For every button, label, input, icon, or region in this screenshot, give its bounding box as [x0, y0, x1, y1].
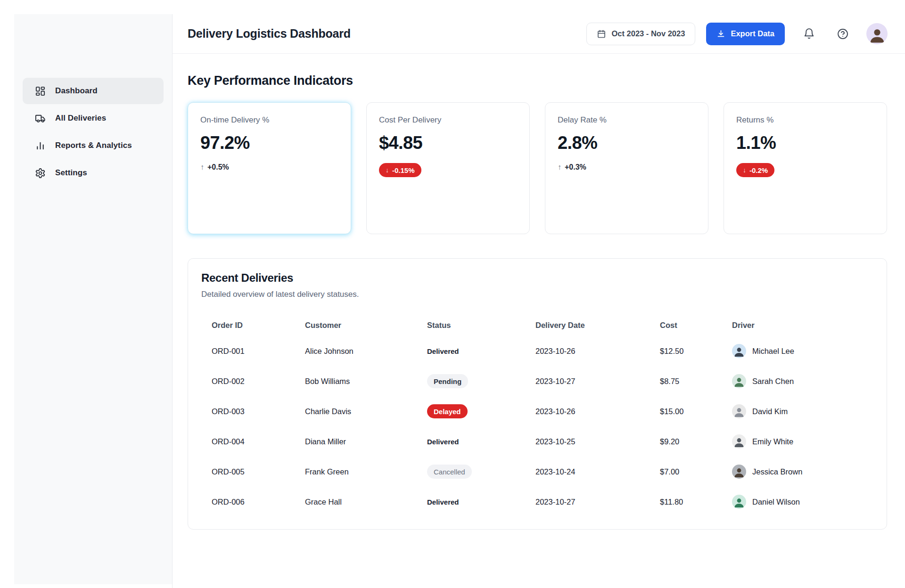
sidebar-item-settings[interactable]: Settings: [23, 160, 164, 186]
kpi-label: Cost Per Delivery: [379, 115, 517, 125]
date-range-label: Oct 2023 - Nov 2023: [611, 29, 685, 38]
kpi-trend-badge: ↓-0.15%: [379, 163, 421, 177]
table-header-row: Order ID Customer Status Delivery Date C…: [212, 314, 873, 336]
customer-cell: Bob Williams: [305, 377, 427, 386]
cost-cell: $15.00: [660, 407, 732, 416]
driver-cell: Daniel Wilson: [732, 495, 873, 509]
driver-name: Emily White: [752, 437, 793, 446]
order-id-cell: ORD-004: [212, 437, 305, 446]
kpi-label: Delay Rate %: [558, 115, 696, 125]
status-badge: Delivered: [427, 434, 459, 449]
topbar-actions: Oct 2023 - Nov 2023 Export Data: [586, 23, 888, 45]
sidebar: Dashboard All Deliveries Reports & Analy…: [14, 14, 172, 584]
deliveries-table: Order ID Customer Status Delivery Date C…: [201, 314, 873, 517]
kpi-value: 1.1%: [736, 133, 874, 153]
customer-cell: Diana Miller: [305, 437, 427, 446]
driver-cell: Jessica Brown: [732, 465, 873, 479]
driver-avatar: [732, 404, 746, 418]
trend-down-arrow-icon: ↓: [386, 166, 389, 174]
driver-cell: David Kim: [732, 404, 873, 418]
status-badge: Delivered: [427, 495, 459, 509]
export-data-button[interactable]: Export Data: [706, 23, 785, 45]
avatar-person-icon: [733, 406, 745, 418]
kpi-trend: ↑+0.3%: [558, 163, 586, 172]
kpi-trend: ↑+0.5%: [200, 163, 229, 172]
order-id-cell: ORD-003: [212, 407, 305, 416]
app-page: Dashboard All Deliveries Reports & Analy…: [0, 0, 905, 588]
kpi-label: Returns %: [736, 115, 874, 125]
truck-icon: [35, 113, 46, 124]
driver-cell: Emily White: [732, 434, 873, 449]
column-header-driver: Driver: [732, 321, 873, 330]
driver-name: Daniel Wilson: [752, 498, 800, 506]
profile-avatar[interactable]: [866, 23, 888, 44]
driver-cell: Michael Lee: [732, 344, 873, 358]
table-row[interactable]: ORD-002 Bob Williams Pending 2023-10-27 …: [212, 366, 873, 396]
cost-cell: $11.80: [660, 498, 732, 506]
dashboard-content: Key Performance Indicators On-time Deliv…: [173, 54, 905, 530]
cost-cell: $7.00: [660, 467, 732, 476]
table-row[interactable]: ORD-006 Grace Hall Delivered 2023-10-27 …: [212, 487, 873, 517]
kpi-card-cost-per-delivery[interactable]: Cost Per Delivery $4.85 ↓-0.15%: [366, 102, 530, 234]
kpi-value: 97.2%: [200, 133, 338, 153]
status-badge: Delayed: [427, 404, 468, 418]
sidebar-item-reports-analytics[interactable]: Reports & Analytics: [23, 132, 164, 159]
column-header-cost: Cost: [660, 321, 732, 330]
table-body: ORD-001 Alice Johnson Delivered 2023-10-…: [212, 336, 873, 517]
driver-avatar: [732, 344, 746, 358]
driver-avatar: [732, 374, 746, 388]
kpi-section-title: Key Performance Indicators: [188, 74, 887, 88]
sidebar-item-label: Reports & Analytics: [55, 141, 132, 150]
driver-name: Jessica Brown: [752, 467, 802, 476]
export-data-label: Export Data: [731, 29, 774, 38]
download-icon: [716, 29, 725, 38]
trend-up-arrow-icon: ↑: [200, 163, 204, 172]
order-id-cell: ORD-001: [212, 347, 305, 356]
table-row[interactable]: ORD-003 Charlie Davis Delayed 2023-10-26…: [212, 396, 873, 426]
notifications-bell-icon[interactable]: [802, 27, 816, 41]
sidebar-item-all-deliveries[interactable]: All Deliveries: [23, 105, 164, 131]
kpi-card-delay-rate[interactable]: Delay Rate % 2.8% ↑+0.3%: [545, 102, 708, 234]
table-row[interactable]: ORD-005 Frank Green Cancelled 2023-10-24…: [212, 457, 873, 487]
cost-cell: $12.50: [660, 347, 732, 356]
recent-deliveries-card: Recent Deliveries Detailed overview of l…: [188, 258, 887, 530]
kpi-label: On-time Delivery %: [200, 115, 338, 125]
trend-up-arrow-icon: ↑: [558, 163, 561, 172]
kpi-card-returns[interactable]: Returns % 1.1% ↓-0.2%: [724, 102, 887, 234]
driver-name: David Kim: [752, 407, 788, 416]
customer-cell: Alice Johnson: [305, 347, 427, 356]
table-row[interactable]: ORD-004 Diana Miller Delivered 2023-10-2…: [212, 426, 873, 457]
driver-cell: Sarah Chen: [732, 374, 873, 388]
calendar-icon: [597, 29, 606, 39]
kpi-trend-badge: ↓-0.2%: [736, 163, 774, 177]
delivery-date-cell: 2023-10-27: [535, 498, 660, 506]
avatar-person-icon: [733, 376, 745, 388]
customer-cell: Grace Hall: [305, 498, 427, 506]
avatar-person-icon: [733, 346, 745, 358]
sidebar-item-label: Dashboard: [55, 86, 98, 96]
delivery-date-cell: 2023-10-26: [535, 407, 660, 416]
topbar: Delivery Logistics Dashboard Oct 2023 - …: [173, 14, 905, 54]
delivery-date-cell: 2023-10-24: [535, 467, 660, 476]
column-header-status: Status: [427, 321, 535, 330]
kpi-value: 2.8%: [558, 133, 696, 153]
table-row[interactable]: ORD-001 Alice Johnson Delivered 2023-10-…: [212, 336, 873, 366]
avatar-person-icon: [733, 497, 745, 509]
driver-name: Michael Lee: [752, 347, 794, 356]
kpi-card-on-time-delivery[interactable]: On-time Delivery % 97.2% ↑+0.5%: [188, 102, 351, 234]
status-badge: Delivered: [427, 344, 459, 358]
dashboard-grid-icon: [35, 86, 46, 97]
sidebar-item-label: All Deliveries: [55, 114, 106, 123]
delivery-date-cell: 2023-10-25: [535, 437, 660, 446]
date-range-picker[interactable]: Oct 2023 - Nov 2023: [586, 23, 695, 45]
page-title: Delivery Logistics Dashboard: [188, 27, 351, 41]
main-area: Delivery Logistics Dashboard Oct 2023 - …: [172, 14, 905, 588]
gear-icon: [35, 168, 46, 179]
sidebar-item-label: Settings: [55, 168, 87, 178]
help-icon[interactable]: [836, 27, 850, 41]
trend-down-arrow-icon: ↓: [743, 166, 746, 174]
order-id-cell: ORD-005: [212, 467, 305, 476]
delivery-date-cell: 2023-10-27: [535, 377, 660, 386]
sidebar-item-dashboard[interactable]: Dashboard: [23, 78, 164, 104]
status-badge: Pending: [427, 374, 468, 388]
